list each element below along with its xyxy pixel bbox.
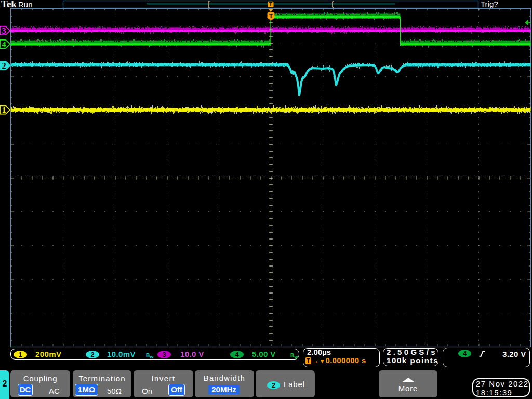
svg-text:T: T <box>269 12 273 20</box>
svg-text:2: 2 <box>2 61 6 71</box>
svg-text:T: T <box>269 1 273 7</box>
svg-text:1: 1 <box>2 105 6 115</box>
svg-text:3: 3 <box>2 26 6 36</box>
svg-text:4: 4 <box>2 39 6 49</box>
